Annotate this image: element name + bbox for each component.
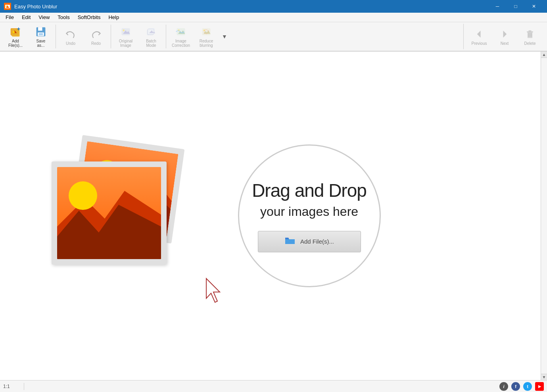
previous-label: Previous (472, 41, 487, 46)
add-files-button[interactable]: Add File(s)... (3, 24, 28, 49)
delete-label: Delete (524, 41, 536, 46)
svg-point-8 (13, 31, 15, 33)
undo-button[interactable]: Undo (58, 24, 83, 49)
photo-front-inner (57, 167, 161, 259)
menu-tools[interactable]: Tools (54, 13, 73, 21)
svg-marker-30 (503, 31, 507, 38)
svg-rect-14 (39, 33, 43, 35)
circle-magnifier: Drag and Drop your images here Add File(… (238, 144, 381, 287)
delete-icon (524, 28, 536, 40)
redo-icon (90, 28, 102, 40)
close-button[interactable]: ✕ (525, 0, 543, 13)
image-correction-button[interactable]: Image Correction (169, 24, 193, 49)
original-image-icon (119, 25, 132, 38)
delete-button[interactable]: Delete (518, 24, 542, 49)
next-label: Next (501, 41, 509, 46)
reduce-blurring-icon (200, 25, 213, 38)
redo-label: Redo (91, 41, 101, 46)
previous-button[interactable]: Previous (467, 24, 491, 49)
svg-point-17 (123, 29, 125, 31)
photo-stack-illustration (52, 142, 202, 277)
menu-help[interactable]: Help (104, 13, 123, 21)
toolbar-main-group: Add File(s)... Save as... (2, 24, 220, 49)
menu-edit[interactable]: Edit (18, 13, 35, 21)
save-as-label: Save as... (36, 39, 46, 48)
svg-marker-29 (477, 31, 481, 38)
add-files-btn-label: Add File(s)... (300, 238, 334, 245)
toolbar-sep-3 (166, 25, 166, 48)
right-scrollbar: ▲ ▼ (541, 52, 547, 380)
menubar: File Edit View Tools SoftOrbits Help (0, 13, 547, 22)
info-icon[interactable]: i (499, 382, 508, 391)
svg-rect-33 (529, 30, 532, 32)
menu-file[interactable]: File (2, 13, 18, 21)
next-icon (498, 28, 511, 40)
drag-drop-text-line2: your images here (260, 204, 358, 219)
twitter-icon[interactable]: t (523, 382, 532, 391)
previous-icon (473, 28, 486, 40)
svg-point-3 (6, 6, 7, 7)
window-controls: ─ □ ✕ (488, 0, 543, 13)
next-button[interactable]: Next (492, 24, 517, 49)
undo-icon (64, 28, 77, 40)
original-image-label: Original Image (119, 39, 132, 48)
redo-button[interactable]: Redo (84, 24, 108, 49)
add-files-btn-dropzone[interactable]: Add File(s)... (258, 231, 361, 252)
batch-mode-label: Batch Mode (146, 39, 156, 48)
toolbar-sep-1 (56, 25, 56, 48)
toolbar-right: Previous Next Del (463, 24, 545, 49)
titlebar: Easy Photo Unblur ─ □ ✕ (0, 0, 547, 13)
toolbar-chevron[interactable]: ▼ (222, 24, 227, 49)
svg-point-44 (69, 181, 97, 210)
minimize-button[interactable]: ─ (488, 0, 507, 13)
add-files-label: Add File(s)... (8, 39, 23, 48)
image-correction-label: Image Correction (172, 39, 190, 48)
scroll-up-arrow[interactable]: ▲ (541, 52, 547, 58)
add-files-icon (9, 25, 22, 38)
drag-drop-text-line1: Drag and Drop (252, 180, 367, 201)
scroll-down-arrow[interactable]: ▼ (541, 374, 547, 380)
batch-mode-icon (145, 25, 157, 38)
toolbar-sep-2 (111, 25, 111, 48)
facebook-icon[interactable]: f (511, 382, 520, 391)
image-correction-icon (175, 25, 187, 38)
maximize-button[interactable]: □ (507, 0, 525, 13)
status-sep-1 (24, 383, 24, 390)
reduce-blurring-label: Reduce blurring (200, 39, 213, 48)
save-as-button[interactable]: Save as... (29, 24, 53, 49)
folder-icon (284, 236, 296, 247)
toolbar: Add File(s)... Save as... (0, 22, 547, 52)
reduce-blurring-button[interactable]: Reduce blurring (194, 24, 219, 49)
youtube-icon[interactable]: ▶ (535, 382, 544, 391)
svg-rect-12 (38, 27, 42, 31)
app-icon (4, 3, 11, 10)
cursor-arrow (202, 277, 226, 308)
app-title: Easy Photo Unblur (14, 4, 488, 10)
undo-label: Undo (66, 41, 75, 46)
save-as-icon (35, 25, 47, 38)
zoom-level: 1:1 (3, 384, 19, 389)
statusbar: 1:1 i f t ▶ (0, 380, 547, 392)
main-area: Drag and Drop your images here Add File(… (0, 52, 547, 380)
menu-softorbits[interactable]: SoftOrbits (74, 13, 105, 21)
batch-mode-button[interactable]: Batch Mode (139, 24, 163, 49)
photo-front (52, 161, 167, 265)
menu-view[interactable]: View (35, 13, 54, 21)
original-image-button[interactable]: Original Image (113, 24, 138, 49)
status-right: i f t ▶ (499, 382, 544, 391)
